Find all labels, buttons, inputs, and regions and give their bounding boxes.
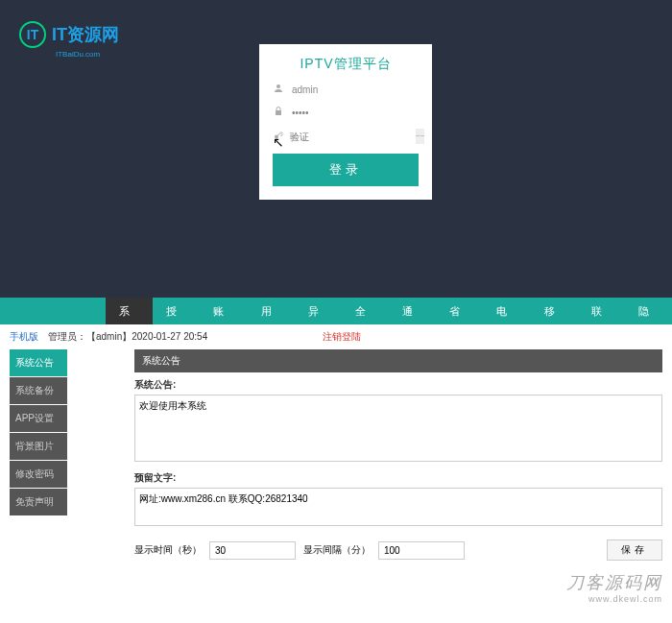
login-button[interactable]: 登录 — [273, 154, 419, 186]
admin-info: 管理员：【admin】2020-01-27 20:54 — [48, 330, 207, 344]
login-screen-section: IT IT资源网 ITBaiDu.com IPTV管理平台 ~~ 登录 ↖ — [0, 0, 672, 298]
lock-icon — [273, 106, 286, 119]
nav-general[interactable]: 通用 — [389, 298, 436, 324]
content-area: 系统公告 系统备份 APP设置 背景图片 修改密码 免责声明 系统公告 系统公告… — [0, 349, 672, 561]
captcha-row: ~~ — [273, 129, 419, 144]
nav-system[interactable]: 系统 — [106, 298, 153, 324]
logo-title: IT资源网 — [52, 23, 119, 46]
main-panel: 系统公告 系统公告: 预留文字: 显示时间（秒） 显示间隔（分） 保存 — [134, 349, 662, 561]
username-input[interactable] — [292, 84, 419, 95]
svg-rect-1 — [276, 110, 281, 115]
username-row — [273, 83, 419, 96]
watermark-url: www.dkewl.com — [566, 594, 662, 604]
display-time-label: 显示时间（秒） — [134, 543, 202, 557]
site-logo: IT IT资源网 ITBaiDu.com — [19, 21, 119, 48]
nav-account[interactable]: 账号 — [200, 298, 247, 324]
captcha-input[interactable] — [290, 132, 412, 142]
password-row — [273, 106, 419, 119]
user-icon — [273, 83, 286, 96]
watermark: 刀客源码网 www.dkewl.com — [566, 571, 662, 604]
announcement-label: 系统公告: — [134, 378, 662, 392]
announcement-textarea[interactable] — [134, 395, 662, 462]
login-form: IPTV管理平台 ~~ 登录 — [259, 44, 432, 200]
logo-icon: IT — [19, 21, 46, 48]
sidebar-item-password[interactable]: 修改密码 — [10, 461, 67, 488]
mobile-link[interactable]: 手机版 — [10, 330, 38, 344]
nav-exception[interactable]: 异常 — [295, 298, 342, 324]
sidebar: 系统公告 系统备份 APP设置 背景图片 修改密码 免责声明 — [10, 349, 67, 561]
nav-network[interactable]: 全网 — [342, 298, 389, 324]
reserved-textarea[interactable] — [134, 488, 662, 526]
sidebar-item-app[interactable]: APP设置 — [10, 405, 67, 432]
display-time-input[interactable] — [209, 541, 296, 560]
login-title: IPTV管理平台 — [273, 56, 419, 73]
cursor-icon: ↖ — [273, 134, 284, 150]
top-nav: 系统 授权 账号 用户 异常 全网 通用 省内 电信 移动 联通 隐藏 — [0, 298, 672, 324]
password-input[interactable] — [292, 108, 419, 118]
admin-panel-section: 系统 授权 账号 用户 异常 全网 通用 省内 电信 移动 联通 隐藏 手机版 … — [0, 298, 672, 623]
sidebar-item-backup[interactable]: 系统备份 — [10, 377, 67, 404]
nav-user[interactable]: 用户 — [248, 298, 295, 324]
bottom-controls: 显示时间（秒） 显示间隔（分） 保存 — [134, 539, 662, 561]
watermark-text: 刀客源码网 — [566, 571, 662, 594]
info-bar: 手机版 管理员：【admin】2020-01-27 20:54 注销登陆 — [0, 324, 672, 349]
reserved-label: 预留文字: — [134, 471, 662, 485]
nav-authorize[interactable]: 授权 — [153, 298, 200, 324]
logout-link[interactable]: 注销登陆 — [323, 330, 361, 344]
nav-province[interactable]: 省内 — [436, 298, 483, 324]
logo-subtitle: ITBaiDu.com — [56, 50, 100, 59]
sidebar-item-background[interactable]: 背景图片 — [10, 433, 67, 460]
panel-header: 系统公告 — [134, 349, 662, 372]
save-button[interactable]: 保存 — [607, 539, 662, 561]
sidebar-item-disclaimer[interactable]: 免责声明 — [10, 489, 67, 515]
display-interval-label: 显示间隔（分） — [303, 543, 371, 557]
nav-telecom[interactable]: 电信 — [483, 298, 530, 324]
nav-unicom[interactable]: 联通 — [578, 298, 625, 324]
svg-point-0 — [276, 84, 280, 88]
display-interval-input[interactable] — [378, 541, 465, 560]
nav-hidden[interactable]: 隐藏 — [625, 298, 672, 324]
captcha-image[interactable]: ~~ — [416, 129, 424, 144]
nav-mobile[interactable]: 移动 — [531, 298, 578, 324]
sidebar-item-announcement[interactable]: 系统公告 — [10, 349, 67, 376]
